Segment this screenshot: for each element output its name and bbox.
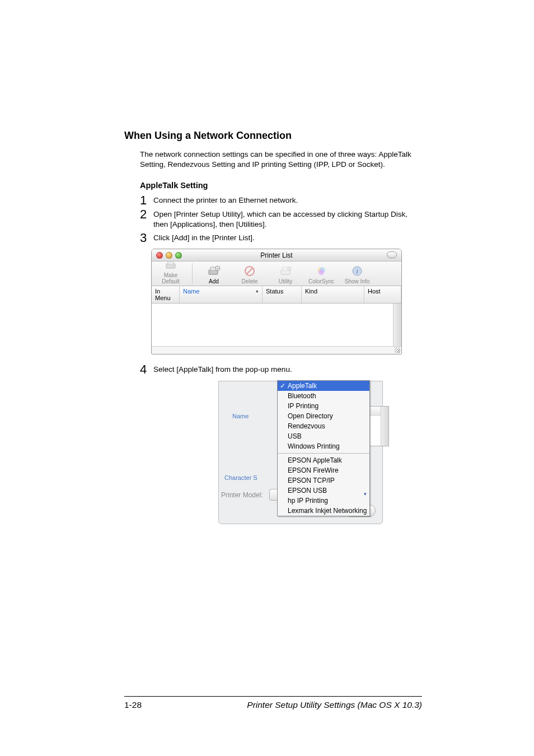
col-in-menu[interactable]: In Menu — [152, 286, 180, 303]
menu-item-hp-ip-printing[interactable]: hp IP Printing — [278, 496, 369, 506]
toolbar-label: ColorSync — [308, 278, 334, 284]
menu-item-epson-tcpip[interactable]: EPSON TCP/IP — [278, 475, 369, 486]
menu-item-epson-firewire[interactable]: EPSON FireWire — [278, 465, 369, 475]
window-title: Printer List — [152, 251, 401, 259]
step-text: Select [AppleTalk] from the pop-up menu. — [153, 365, 292, 374]
toolbar-label: Show Info — [345, 278, 369, 284]
utility-button: Utility — [270, 264, 301, 284]
page-number: 1-28 — [124, 700, 142, 710]
connection-type-menu[interactable]: AppleTalk Bluetooth IP Printing Open Dir… — [277, 380, 370, 516]
colorsync-icon — [306, 264, 337, 278]
printer-add-icon: + — [198, 264, 229, 278]
page-footer: 1-28 Printer Setup Utility Settings (Mac… — [124, 696, 422, 710]
step-text: Click [Add] in the [Printer List]. — [153, 234, 255, 242]
list-item: 1Connect the printer to an Ethernet netw… — [140, 195, 422, 206]
make-default-button: Make Default — [155, 258, 186, 284]
printer-list-body — [152, 304, 401, 346]
step-text: Connect the printer to an Ethernet netwo… — [153, 196, 298, 204]
resize-handle[interactable] — [152, 346, 401, 354]
toolbar: Make Default + Add Delete — [152, 262, 401, 286]
col-host[interactable]: Host — [364, 286, 401, 303]
scrollbar[interactable] — [393, 304, 401, 346]
list-item: 3Click [Add] in the [Printer List]. — [140, 233, 422, 243]
scrollbar[interactable] — [381, 407, 388, 446]
colorsync-button: ColorSync — [306, 264, 337, 284]
col-name[interactable]: Name — [180, 286, 263, 303]
add-printer-sheet: Name Character S Printer Model: Add Appl… — [218, 381, 383, 524]
step-text: Open [Printer Setup Utility], which can … — [153, 210, 407, 228]
toolbar-label: Delete — [242, 278, 258, 284]
printer-list-window: Printer List Make Default + Add — [151, 249, 402, 354]
show-info-button: i Show Info — [341, 264, 373, 284]
svg-point-13 — [318, 269, 324, 275]
footer-text: Printer Setup Utility Settings (Mac OS X… — [247, 700, 422, 710]
col-kind[interactable]: Kind — [302, 286, 364, 303]
subsection-heading: AppleTalk Setting — [140, 181, 422, 190]
toolbar-label: Make Default — [162, 272, 180, 284]
delete-button: Delete — [234, 264, 265, 284]
menu-item-windows-printing[interactable]: Windows Printing — [278, 441, 369, 451]
section-heading: When Using a Network Connection — [124, 130, 422, 142]
character-set-label: Character S — [224, 474, 257, 481]
add-button[interactable]: + Add — [198, 264, 229, 284]
menu-divider — [278, 453, 369, 454]
menu-item-epson-appletalk[interactable]: EPSON AppleTalk — [278, 455, 369, 465]
svg-line-7 — [247, 268, 252, 274]
col-status[interactable]: Status — [263, 286, 302, 303]
window-titlebar[interactable]: Printer List — [152, 249, 401, 262]
menu-item-open-directory[interactable]: Open Directory — [278, 411, 369, 421]
body-paragraph: The network connection settings can be s… — [140, 150, 422, 170]
list-item: 4Select [AppleTalk] from the pop-up menu… — [140, 365, 422, 375]
menu-item-ip-printing[interactable]: IP Printing — [278, 401, 369, 411]
utility-icon — [270, 264, 301, 278]
svg-text:+: + — [217, 267, 219, 270]
toolbar-separator — [192, 263, 193, 283]
menu-item-usb[interactable]: USB — [278, 431, 369, 441]
menu-item-appletalk[interactable]: AppleTalk — [278, 381, 369, 391]
toolbar-label: Add — [209, 278, 219, 284]
toolbar-label: Utility — [279, 278, 292, 284]
menu-item-epson-usb[interactable]: EPSON USB — [278, 486, 369, 496]
list-item: 2Open [Printer Setup Utility], which can… — [140, 209, 422, 230]
svg-point-10 — [288, 267, 291, 270]
svg-text:i: i — [356, 268, 358, 274]
toolbar-toggle-icon[interactable] — [387, 251, 397, 258]
info-icon: i — [341, 264, 373, 278]
svg-rect-3 — [210, 267, 216, 270]
column-headers: In Menu Name Status Kind Host — [152, 286, 401, 304]
menu-item-lexmark[interactable]: Lexmark Inkjet Networking — [278, 506, 369, 516]
printer-model-label: Printer Model: — [221, 491, 263, 499]
menu-item-bluetooth[interactable]: Bluetooth — [278, 391, 369, 401]
name-column-label: Name — [232, 413, 249, 419]
menu-item-rendezvous[interactable]: Rendezvous — [278, 421, 369, 431]
delete-icon — [234, 264, 265, 278]
